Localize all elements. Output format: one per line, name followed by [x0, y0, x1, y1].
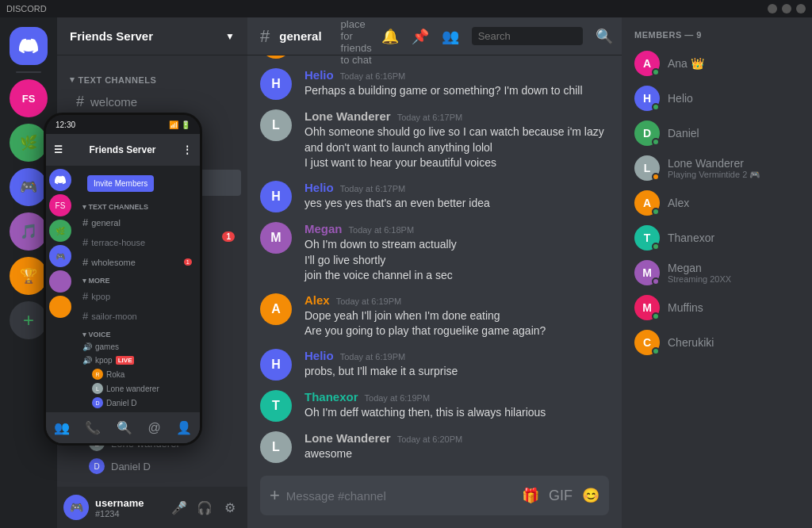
status-indicator [652, 138, 660, 146]
member-avatar: A [634, 51, 660, 76]
server-icon-s4[interactable]: 🎵 [10, 212, 48, 251]
server-header[interactable]: Friends Server ▼ [57, 17, 247, 55]
phone-menu-icon[interactable]: ☰ [54, 144, 63, 155]
message-text: yes yes yes that's an even better idea [304, 196, 609, 212]
server-icon-home[interactable] [10, 27, 48, 65]
message-header: Helio Today at 6:17PM [304, 181, 609, 194]
minimize-btn[interactable] [768, 4, 777, 13]
phone-s2-icon[interactable]: 🌿 [49, 220, 71, 242]
server-icon-s5[interactable]: 🏆 [10, 257, 48, 295]
phone-channel-kpop[interactable]: # kpop [75, 286, 200, 306]
member-item[interactable]: M Muffins [628, 290, 806, 325]
phone-voice-user-lone[interactable]: L Lone wanderer [75, 381, 200, 396]
member-item[interactable]: T Thanexor [628, 220, 806, 255]
phone-channel-terrace[interactable]: # terrace-house [75, 232, 200, 252]
phone-speaker-icon: 🔊 [82, 342, 92, 351]
server-name: Friends Server [70, 29, 153, 43]
close-btn[interactable] [796, 4, 806, 13]
add-file-button[interactable]: + [270, 476, 280, 515]
message-group: L Lone Wanderer Today at 6:20PM awesome [247, 428, 622, 466]
phone-s3-icon[interactable]: 🎮 [49, 245, 71, 267]
search-icon[interactable]: 🔍 [596, 28, 613, 45]
phone-voice-user-daniel[interactable]: D Daniel D [75, 396, 200, 410]
phone-hash-icon: # [82, 256, 88, 268]
channel-item-welcome[interactable]: # welcome [63, 89, 241, 115]
server-icon-friends[interactable]: FS [10, 79, 48, 117]
search-input[interactable] [472, 27, 583, 45]
mute-button[interactable]: 🎤 [168, 496, 190, 518]
phone-channel-name: terrace-house [91, 238, 145, 247]
phone-nav-search[interactable]: 🔍 [117, 420, 132, 435]
text-channels-header[interactable]: ▾ TEXT CHANNELS [57, 62, 247, 88]
avatar: L [92, 383, 103, 394]
avatar: A [260, 293, 292, 325]
phone-header: ☰ Friends Server ⋮ [46, 134, 200, 166]
member-item[interactable]: H Helio [628, 81, 806, 116]
voice-user-daniel[interactable]: D Daniel D [63, 455, 241, 477]
phone-text-channels-header[interactable]: ▾ TEXT CHANNELS [75, 201, 200, 212]
phone-voice-header[interactable]: ▾ VOICE [75, 326, 200, 340]
member-avatar: T [634, 225, 660, 251]
member-item[interactable]: C Cherukiki [628, 325, 806, 360]
message-content: Helio Today at 6:16PM Perhaps a building… [304, 68, 609, 100]
message-group: H Helio Today at 6:19PM probs, but I'll … [247, 346, 622, 384]
avatar: L [260, 431, 292, 463]
members-icon[interactable]: 👥 [442, 28, 459, 45]
phone-friends-icon[interactable]: FS [49, 194, 71, 216]
phone-more-icon[interactable]: ⋮ [182, 144, 192, 155]
phone-channel-panel: Invite Members ▾ TEXT CHANNELS # general… [75, 166, 200, 411]
message-author: Helio [304, 181, 334, 194]
member-item[interactable]: D Daniel [628, 116, 806, 151]
member-avatar: L [634, 155, 660, 181]
chevron-down-icon: ▼ [225, 31, 235, 42]
phone-voice-user-roka[interactable]: R Roka [75, 367, 200, 381]
collapse-icon: ▾ [70, 75, 75, 85]
avatar: H [260, 181, 292, 212]
channel-hash-icon: # [260, 26, 270, 47]
phone-channel-general[interactable]: # general [75, 212, 200, 232]
member-avatar: M [634, 260, 660, 285]
phone-channel-wholesome[interactable]: # wholesome 1 [75, 252, 200, 272]
emoji-icon[interactable]: 😊 [582, 487, 599, 504]
phone-home-icon[interactable] [49, 169, 71, 191]
message-text: awesome [304, 446, 609, 462]
phone-voice-kpop[interactable]: 🔊 kpop LIVE [75, 354, 200, 367]
member-item[interactable]: M Megan Streaming 20XX [628, 255, 806, 290]
gift-icon[interactable]: 🎁 [522, 487, 539, 504]
add-server-button[interactable]: + [10, 301, 48, 339]
message-group: A Alex Today at 6:16PM Ohhh I could be d… [247, 55, 622, 62]
phone-more-header[interactable]: ▾ MORE [75, 272, 200, 286]
phone-nav-mention[interactable]: @ [147, 421, 160, 435]
message-text: join the voice channel in a sec [304, 268, 609, 284]
phone-nav-user[interactable]: 👤 [176, 420, 192, 435]
maximize-btn[interactable] [782, 4, 791, 13]
message-input[interactable] [286, 480, 515, 512]
phone-channel-sailor[interactable]: # sailor-moon [75, 306, 200, 326]
phone-invite-button[interactable]: Invite Members [87, 175, 154, 192]
member-item[interactable]: A Alex [628, 186, 806, 220]
chat-input-area: + 🎁 GIF 😊 [247, 476, 622, 528]
deafen-button[interactable]: 🎧 [193, 496, 216, 518]
settings-button[interactable]: ⚙ [219, 496, 241, 518]
gif-icon[interactable]: GIF [549, 488, 573, 504]
member-item[interactable]: L Lone Wanderer Playing Vermintide 2 🎮 [628, 151, 806, 186]
server-divider [16, 71, 41, 73]
pin-icon[interactable]: 📌 [412, 28, 429, 45]
phone-nav-call[interactable]: 📞 [85, 420, 101, 435]
message-author: Helio [304, 68, 334, 82]
server-icon-s2[interactable]: 🌿 [10, 124, 48, 162]
notification-bell-icon[interactable]: 🔔 [381, 28, 399, 45]
phone-s5-icon[interactable] [49, 296, 71, 318]
phone-server-name: Friends Server [89, 144, 155, 155]
phone-voice-games[interactable]: 🔊 games [75, 340, 200, 354]
message-content: Lone Wanderer Today at 6:17PM Ohh someon… [304, 109, 609, 171]
chat-main: # general A place for friends to chat 🔔 … [247, 17, 622, 528]
message-author: Lone Wanderer [304, 109, 391, 123]
phone-channel-name: sailor-moon [91, 312, 136, 321]
phone-nav-friends[interactable]: 👥 [54, 420, 70, 435]
server-icon-s3[interactable]: 🎮 [10, 168, 48, 206]
phone-s4-icon[interactable] [49, 270, 71, 293]
member-info: Alex [668, 197, 689, 209]
member-item[interactable]: A Ana 👑 [628, 46, 806, 81]
message-timestamp: Today at 6:19PM [340, 352, 406, 362]
